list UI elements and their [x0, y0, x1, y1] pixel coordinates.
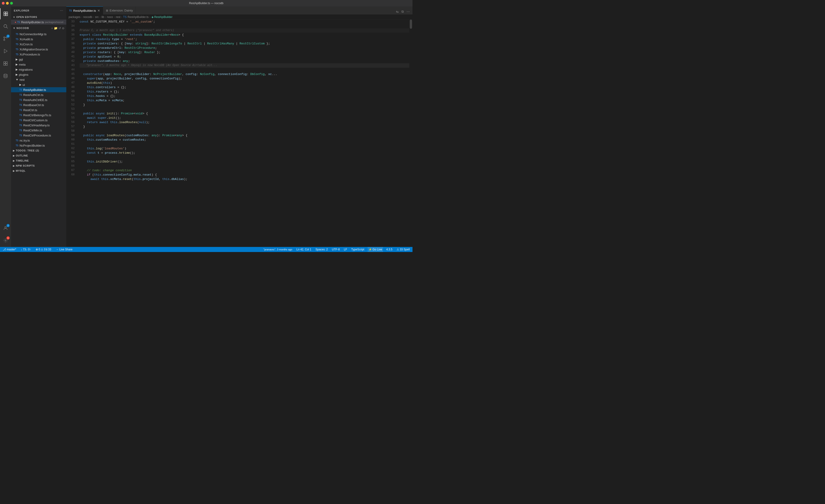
section-npm[interactable]: ▶ NPM SCRIPTS	[11, 163, 66, 168]
statusbar-liveshare[interactable]: → Live Share	[55, 247, 73, 252]
code-content[interactable]: const NC_CUSTOM_ROUTE_KEY = '__xc_custom…	[77, 19, 409, 247]
folder-ui[interactable]: ▶ui	[11, 82, 66, 87]
collapse-icon[interactable]: ⊖	[62, 26, 64, 30]
breadcrumb-lib[interactable]: lib	[101, 15, 104, 19]
statusbar-language[interactable]: TypeScript	[350, 247, 365, 252]
file-label: NcProjectBuilder.ts	[19, 144, 45, 147]
open-editor-item[interactable]: ● TS RestApiBuilder.ts packages/nocodb/s…	[11, 19, 66, 25]
breadcrumb-rest[interactable]: rest	[116, 15, 121, 19]
folder-meta[interactable]: ▶meta	[11, 62, 66, 67]
statusbar-spaces[interactable]: Spaces: 2	[314, 247, 328, 252]
breadcrumb-packages[interactable]: packages	[69, 15, 80, 19]
file-RestApiBuilder[interactable]: TSRestApiBuilder.ts	[11, 87, 66, 92]
file-nc-try[interactable]: TSnc.try.ts	[11, 138, 66, 143]
file-XcMigrationSource[interactable]: TSXcMigrationSource.ts	[11, 47, 66, 52]
tab-close-icon[interactable]: ✕	[97, 9, 100, 12]
open-editor-path: packages/nocodb/src/lib/no...	[45, 21, 66, 23]
activity-search[interactable]	[0, 21, 11, 32]
code-line-57	[80, 129, 409, 133]
statusbar-eol[interactable]: LF	[343, 247, 348, 252]
code-line-39: private routers: { [key: string]: Router…	[80, 50, 409, 55]
outline-chevron: ▶	[13, 154, 15, 157]
sidebar-header: EXPLORER ⋯	[11, 6, 66, 14]
statusbar-prettier[interactable]: 4.3.5	[385, 247, 393, 252]
window-title: RestApiBuilder.ts — nocodb	[189, 2, 223, 5]
activity-settings[interactable]: 1	[0, 235, 11, 246]
activity-source-control[interactable]: 2	[0, 33, 11, 44]
breadcrumb: packages › nocodb › src › lib › noco › r…	[66, 14, 412, 19]
file-XcProcedure[interactable]: TSXcProcedure.ts	[11, 52, 66, 57]
file-RestCtrlMin[interactable]: TSRestCtrlMin.ts	[11, 128, 66, 133]
scrollbar-thumb[interactable]	[410, 19, 412, 29]
activity-account[interactable]: 2	[0, 223, 11, 234]
file-label: XcCron.ts	[19, 43, 33, 46]
breadcrumb-symbol[interactable]: ◈ RestApiBuilder	[151, 15, 173, 19]
statusbar-left: ⎇ master* ↓ 73↓ 0↑ ⊗ 0 ⚠ 0 ℹ 33 → Live S…	[2, 247, 73, 252]
file-RestBaseCtrl[interactable]: TSRestBaseCtrl.ts	[11, 102, 66, 107]
folder-rest[interactable]: ▼rest	[11, 77, 66, 82]
line-num-57: 57	[66, 124, 75, 129]
split-editor-icon[interactable]: ⧉	[400, 9, 405, 14]
section-open-editors[interactable]: ▼ OPEN EDITORS	[11, 14, 66, 19]
section-outline[interactable]: ▶ OUTLINE	[11, 153, 66, 158]
breadcrumb-src[interactable]: src	[95, 15, 99, 19]
section-todos[interactable]: ▶ TODOS: TREE (2)	[11, 148, 66, 153]
file-XcAudit[interactable]: TSXcAudit.ts	[11, 36, 66, 41]
file-XcCron[interactable]: TSXcCron.ts	[11, 41, 66, 47]
file-RestCtrl[interactable]: TSRestCtrl.ts	[11, 107, 66, 112]
activity-explorer[interactable]	[0, 8, 11, 19]
file-RestCtrlCustom[interactable]: TSRestCtrlCustom.ts	[11, 117, 66, 123]
file-label: RestAuthCtrl.ts	[23, 93, 43, 97]
breadcrumb-nocodb[interactable]: nocodb	[83, 15, 92, 19]
breadcrumb-file[interactable]: RestApiBuilder.ts	[128, 15, 148, 19]
file-NcProjectBuilder[interactable]: TSNcProjectBuilder.ts	[11, 143, 66, 148]
breadcrumb-noco[interactable]: noco	[107, 15, 113, 19]
folder-migrations[interactable]: ▶migrations	[11, 67, 66, 72]
line-num-33: 33	[66, 19, 75, 24]
more-actions-icon[interactable]: ⋯	[405, 9, 410, 14]
statusbar-golive[interactable]: ⚡ Go Live	[368, 247, 383, 252]
warning-count: 0	[44, 248, 46, 251]
maximize-button[interactable]	[10, 2, 13, 5]
section-timeline[interactable]: ▶ TIMELINE	[11, 158, 66, 163]
statusbar-spell[interactable]: ⚠ 33 Spell	[396, 247, 410, 252]
activity-run[interactable]	[0, 46, 11, 57]
code-editor[interactable]: 33 34 35 36 37 38 39 40 41 42 43 44 45 4…	[66, 19, 412, 247]
nocodb-section-header[interactable]: ▼ NOCODB + 📁 ↺ ⊖	[11, 25, 66, 31]
tab-ExtensionDainty[interactable]: ⊞ Extension: Dainty	[103, 6, 136, 14]
statusbar-cursor[interactable]: Ln 42, Col 1	[296, 247, 312, 252]
sidebar-more-icon[interactable]: ⋯	[59, 8, 64, 13]
svg-point-0	[4, 25, 7, 28]
window-controls[interactable]	[2, 2, 13, 5]
new-folder-icon[interactable]: 📁	[54, 26, 58, 30]
mysql-label: MYSQL	[16, 169, 25, 172]
statusbar-errors[interactable]: ⊗ 0 ⚠ 0 ℹ 33	[35, 247, 52, 252]
encoding-label: UTF-8	[332, 248, 340, 251]
statusbar-blame[interactable]: "pranavxc", 3 months ago	[262, 247, 293, 252]
statusbar-sync[interactable]: ↓ 73↓ 0↑	[20, 247, 32, 252]
file-RestCtrlProcedure[interactable]: TSRestCtrlProcedure.ts	[11, 133, 66, 138]
activity-extensions[interactable]	[0, 58, 11, 69]
code-line-35: export class RestApiBuilder extends Base…	[80, 33, 409, 37]
file-NcConnectionMgr[interactable]: TSNcConnectionMgr.ts	[11, 31, 66, 36]
file-RestAuthCtrl[interactable]: TSRestAuthCtrl.ts	[11, 92, 66, 97]
minimize-button[interactable]	[6, 2, 9, 5]
folder-plugins[interactable]: ▶plugins	[11, 72, 66, 77]
file-label: XcProcedure.ts	[19, 53, 40, 56]
language-label: TypeScript	[351, 248, 364, 251]
statusbar-branch[interactable]: ⎇ master*	[2, 247, 17, 252]
file-RestCtrlHasMany[interactable]: TSRestCtrlHasMany.ts	[11, 123, 66, 128]
file-RestCtrlBelongsTo[interactable]: TSRestCtrlBelongsTo.ts	[11, 112, 66, 117]
close-button[interactable]	[2, 2, 5, 5]
tab-RestApiBuilder[interactable]: TS RestApiBuilder.ts ✕	[66, 6, 103, 14]
folder-gql[interactable]: ▶gql	[11, 57, 66, 62]
refresh-icon[interactable]: ↺	[59, 26, 61, 30]
section-mysql[interactable]: ▶ MYSQL	[11, 168, 66, 173]
statusbar-encoding[interactable]: UTF-8	[331, 247, 341, 252]
new-file-icon[interactable]: +	[51, 26, 53, 30]
activity-database[interactable]	[0, 70, 11, 81]
sidebar-content: ▼ OPEN EDITORS ● TS RestApiBuilder.ts pa…	[11, 14, 66, 247]
file-RestAuthCtrlEE[interactable]: TSRestAuthCtrlEE.ts	[11, 97, 66, 102]
toggle-panel-icon[interactable]: ⇆	[395, 9, 400, 14]
code-line-61: this.log('loadRoutes')	[80, 146, 409, 151]
